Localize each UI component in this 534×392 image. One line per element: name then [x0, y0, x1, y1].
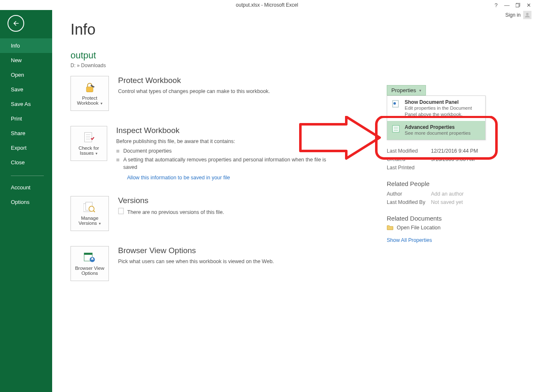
browser-view-icon — [83, 251, 96, 264]
browser-view-options-button[interactable]: Browser View Options — [71, 246, 109, 281]
chevron-down-icon: ▾ — [99, 101, 103, 106]
svg-rect-10 — [84, 253, 92, 255]
sidebar-item-export[interactable]: Export — [0, 141, 52, 155]
chevron-down-icon: ▾ — [419, 88, 421, 93]
inspect-bullet: A setting that automatically removes pro… — [116, 156, 330, 171]
sidebar-item-close[interactable]: Close — [0, 155, 52, 170]
file-path: D: » Downloads — [71, 63, 534, 68]
svg-rect-8 — [118, 208, 123, 214]
sidebar-item-open[interactable]: Open — [0, 68, 52, 82]
prop-row-last-modified: Last Modified12/21/2016 9:44 PM — [387, 147, 495, 155]
browser-desc: Pick what users can see when this workbo… — [118, 258, 274, 266]
prop-row-author[interactable]: AuthorAdd an author — [387, 190, 495, 198]
sidebar-item-print[interactable]: Print — [0, 111, 52, 126]
folder-icon — [387, 224, 393, 231]
sidebar-item-share[interactable]: Share — [0, 126, 52, 141]
versions-icon — [83, 201, 96, 214]
svg-point-13 — [393, 102, 396, 105]
prop-row-last-printed: Last Printed — [387, 163, 495, 172]
chevron-down-icon: ▾ — [95, 151, 98, 156]
properties-dropdown-button[interactable]: Properties ▾ — [387, 85, 426, 95]
inspect-heading: Inspect Workbook — [116, 126, 330, 135]
lock-icon — [83, 81, 96, 94]
protect-heading: Protect Workbook — [118, 76, 270, 85]
minimize-icon[interactable]: — — [504, 2, 510, 8]
svg-rect-4 — [84, 133, 92, 142]
svg-point-7 — [89, 206, 94, 211]
title-bar: output.xlsx - Microsoft Excel ? — ✕ — [0, 0, 534, 10]
advanced-properties-item[interactable]: Advanced PropertiesSee more document pro… — [387, 121, 485, 140]
versions-desc: There are no previous versions of this f… — [127, 209, 224, 216]
chevron-down-icon: ▾ — [98, 221, 101, 226]
browser-heading: Browser View Options — [118, 246, 274, 255]
sidebar-item-new[interactable]: New — [0, 53, 52, 68]
show-document-panel-item[interactable]: Show Document PanelEdit properties in th… — [387, 96, 485, 121]
checklist-icon — [83, 131, 95, 144]
show-all-properties-link[interactable]: Show All Properties — [387, 237, 495, 243]
doc-icon — [118, 208, 124, 217]
sidebar-item-account[interactable]: Account — [0, 180, 52, 195]
window-title: output.xlsx - Microsoft Excel — [236, 2, 298, 8]
related-documents-heading: Related Documents — [387, 215, 495, 222]
help-icon[interactable]: ? — [493, 2, 499, 8]
backstage-sidebar: Info New Open Save Save As Print Share E… — [0, 10, 52, 392]
sidebar-item-save[interactable]: Save — [0, 82, 52, 97]
doc-panel-icon — [391, 99, 400, 108]
related-people-heading: Related People — [387, 180, 495, 187]
inspect-bullet: Document properties — [116, 147, 330, 155]
protect-desc: Control what types of changes people can… — [118, 88, 270, 95]
file-name: output — [71, 50, 534, 61]
list-icon — [391, 124, 400, 133]
open-file-location[interactable]: Open File Location — [387, 224, 495, 231]
inspect-desc: Before publishing this file, be aware th… — [116, 138, 330, 146]
allow-info-link[interactable]: Allow this information to be saved in yo… — [127, 175, 230, 181]
sidebar-item-info[interactable]: Info — [0, 38, 52, 53]
sidebar-item-save-as[interactable]: Save As — [0, 97, 52, 111]
page-title: Info — [71, 21, 534, 38]
svg-rect-1 — [516, 4, 519, 7]
check-for-issues-button[interactable]: Check for Issues ▾ — [71, 126, 107, 161]
prop-row-created: Created9/16/2006 5:00 AM — [387, 155, 495, 163]
protect-workbook-button[interactable]: Protect Workbook ▾ — [71, 76, 109, 111]
versions-heading: Versions — [118, 196, 224, 205]
close-icon[interactable]: ✕ — [526, 2, 531, 8]
properties-dropdown-menu: Show Document PanelEdit properties in th… — [387, 95, 486, 140]
manage-versions-button[interactable]: Manage Versions ▾ — [71, 196, 109, 231]
prop-row-last-modified-by: Last Modified ByNot saved yet — [387, 198, 495, 206]
back-button[interactable] — [8, 15, 24, 32]
restore-icon[interactable] — [515, 2, 521, 8]
svg-rect-3 — [86, 87, 93, 92]
sidebar-item-options[interactable]: Options — [0, 195, 52, 209]
